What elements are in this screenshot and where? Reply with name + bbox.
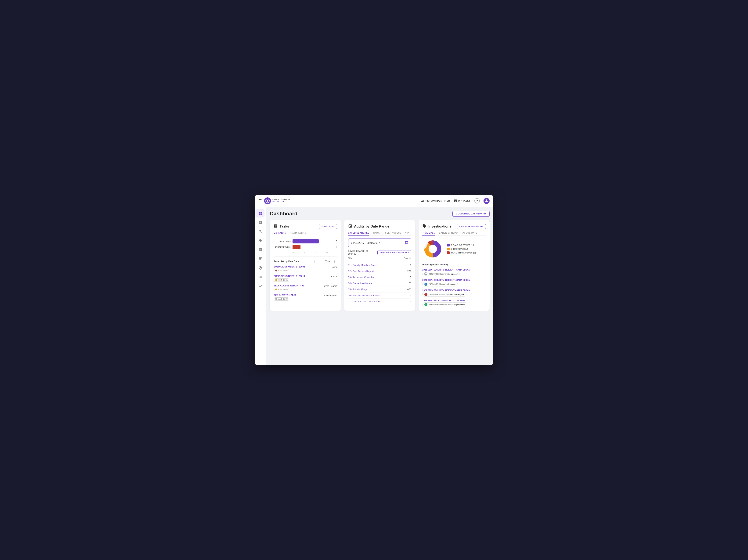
self-access-tab[interactable]: SELF ACCESS (385, 232, 401, 236)
logo-icon (264, 197, 271, 204)
pie-section: 7 DAYS OR FEWER (10) 8 TO 30 DAYS (7) MO… (422, 238, 486, 259)
my-tasks-tab[interactable]: MY TASKS (274, 232, 286, 236)
date-range-text: 08/04/2017 - 09/05/2017 (351, 241, 380, 244)
audit-table: Title Results 01 - Family Member Access … (348, 257, 412, 304)
task-list-title: Task List by Due Date (274, 260, 310, 263)
audit-link[interactable]: 07 - Parent/Child - Med Order (348, 300, 410, 303)
open-tasks-track (293, 239, 331, 243)
inv-title-group: Investigations (422, 224, 451, 229)
saved-searches-header: SAVED SEARCHES 10 of 60 VIEW ALL SAVED S… (348, 250, 412, 255)
my-tasks-btn[interactable]: MY TASKS (454, 199, 471, 203)
task-info: SELF ACCESS REPORT - 02 2021-09-05 (274, 284, 320, 291)
help-btn[interactable]: ? (474, 198, 480, 204)
inv-item-title[interactable]: 2021 SEP - SECURITY INCIDENT - SARA SLOA… (422, 279, 486, 281)
inv-item-badge: 2021-09-05: Reviewer added by johnsmith (422, 302, 467, 307)
overdue-tasks-label: OVERDUE TASKS (274, 246, 290, 248)
task-name[interactable]: SELF ACCESS REPORT - 02 (274, 284, 320, 287)
audit-row: 03 - Access to Coworker 5 (348, 274, 412, 280)
task-list-menu[interactable]: ⋮ (312, 259, 317, 263)
sidebar-item-tasks[interactable] (256, 218, 264, 227)
inv-item: 2021 SEP - SECURITY INCIDENT - SARA SLOA… (422, 289, 486, 297)
open-tasks-row: OPEN TASKS 10 (274, 239, 337, 243)
badge-date: 2021-09-02 (278, 270, 288, 272)
sidebar-item-reports[interactable] (256, 246, 264, 254)
view-all-saved-searches-btn[interactable]: VIEW ALL SAVED SEARCHES (377, 250, 412, 255)
sidebar-item-analytics[interactable] (256, 282, 264, 290)
vip-tab[interactable]: VIP (405, 232, 409, 236)
hamburger-menu[interactable]: ☰ (258, 199, 262, 203)
sidebar-item-search[interactable] (256, 227, 264, 236)
open-tasks-value: 10 (334, 240, 337, 243)
earliest-reporting-tab[interactable]: EARLIEST REPORTING DUE DATE (439, 232, 477, 236)
date-range-picker[interactable]: 08/04/2017 - 09/05/2017 (348, 238, 412, 247)
task-info: DEC 8, 2017 11:24:28 2021-09-09 (274, 294, 320, 301)
audit-result: 5 (410, 276, 411, 279)
type-col-header: Type (319, 260, 330, 263)
inv-activity-menu[interactable]: ⋮ (481, 262, 486, 267)
saved-searches-info: SAVED SEARCHES 10 of 60 (348, 250, 369, 255)
svg-point-3 (428, 245, 437, 253)
content-area: Dashboard CUSTOMIZE DASHBOARD Tasks VIEW… (266, 207, 493, 365)
person-identifier-btn[interactable]: PERSON IDENTIFIER (421, 199, 450, 203)
calendar-icon (348, 224, 352, 229)
overdue-tasks-row: OVERDUE TASKS 3 (274, 245, 337, 249)
audit-row: 02 - Self Access Report 231 (348, 268, 412, 274)
task-type: Radar (320, 265, 337, 269)
task-type: Investigation (320, 294, 337, 297)
legend-item-red: MORE THAN 30 DAYS (3) (447, 251, 476, 254)
view-investigations-btn[interactable]: VIEW INVESTIGATIONS (457, 224, 486, 229)
task-name[interactable]: SUSPICIOUS USER: E_20005 (274, 265, 320, 268)
view-tasks-btn[interactable]: VIEW TASKS (319, 224, 337, 229)
badge-date: 2021-09-05 (278, 288, 288, 290)
tasks-card-title: Tasks (280, 225, 289, 229)
badge-text: 2021-09-09: Comment by cmccoy (428, 273, 458, 275)
pie-chart (422, 238, 443, 259)
radar-tab[interactable]: RADAR (373, 232, 381, 236)
sidebar-item-list[interactable] (256, 273, 264, 281)
col-title-header: Title (348, 257, 404, 260)
audit-link[interactable]: 02 - Self Access Report (348, 270, 407, 273)
inv-item-title[interactable]: 2021 SEP - SECURITY INCIDENT - SARA SLOA… (422, 269, 486, 271)
tasks-bar-chart: OPEN TASKS 10 OVERDUE TASKS 3 (274, 239, 337, 254)
time-open-tab[interactable]: TIME OPEN (422, 232, 435, 236)
task-item: SUSPICIOUS USER: E_20005 2021-09-02 Rada… (274, 265, 337, 272)
badge-dot (275, 298, 277, 300)
person-identifier-label: PERSON IDENTIFIER (425, 200, 450, 202)
audit-tabs: SAVED SEARCHES RADAR SELF ACCESS VIP (348, 232, 412, 236)
audit-link[interactable]: 01 - Family Member Access (348, 264, 410, 266)
audit-link[interactable]: 06 - Self Access + Medication (348, 294, 410, 297)
customize-dashboard-btn[interactable]: CUSTOMIZE DASHBOARD (452, 211, 490, 216)
sidebar-item-shield[interactable] (256, 264, 264, 272)
audit-link[interactable]: 04 - Same Last Name (348, 282, 409, 285)
task-name[interactable]: SUSPICIOUS USER: E_20011 (274, 275, 320, 278)
inv-item-title[interactable]: 2021 SEP - SECURITY INCIDENT - SARA SLOA… (422, 289, 486, 291)
open-tasks-label: OPEN TASKS (274, 240, 290, 242)
sidebar-item-data[interactable] (256, 255, 264, 263)
team-tasks-tab[interactable]: TEAM TASKS (290, 232, 306, 236)
sidebar-item-dashboard[interactable] (256, 209, 264, 217)
logo-text: PATIENT PRIVACY MONITOR (273, 199, 290, 203)
calendar-picker-icon (405, 241, 408, 245)
divider (274, 256, 337, 257)
inv-item: 2021 SEP - PROACTIVE AUDIT - TOM PERRY 2… (422, 299, 486, 307)
inv-activity-title: Investigations Activity (422, 263, 448, 266)
legend-label-red: MORE THAN 30 DAYS (3) (451, 252, 476, 254)
investigations-icon (422, 224, 426, 229)
audits-card-title: Audits by Date Range (354, 225, 389, 229)
task-item: SELF ACCESS REPORT - 02 2021-09-05 Saved… (274, 284, 337, 291)
axis-0: 0 (293, 252, 304, 254)
sidebar-item-tags[interactable] (256, 236, 264, 245)
audit-link[interactable]: 05 - Priority Flags (348, 288, 407, 291)
type-col-menu[interactable]: ⋮ (332, 259, 337, 263)
inv-item-badge: 2021-09-06: Access removed by matryder (422, 292, 466, 297)
user-avatar[interactable] (484, 198, 490, 204)
inv-item-title[interactable]: 2021 SEP - PROACTIVE AUDIT - TOM PERRY (422, 299, 486, 302)
saved-searches-tab[interactable]: SAVED SEARCHES (348, 232, 369, 236)
audit-row: 04 - Same Last Name 50 (348, 280, 412, 286)
audit-link[interactable]: 03 - Access to Coworker (348, 276, 410, 279)
task-name[interactable]: DEC 8, 2017 11:24:28 (274, 294, 320, 297)
tasks-card-header: Tasks VIEW TASKS (274, 224, 337, 229)
badge-text: 2021-09-05: Reviewer added by johnsmith (428, 304, 465, 306)
sidebar (255, 207, 266, 365)
page-title: Dashboard (270, 211, 298, 217)
